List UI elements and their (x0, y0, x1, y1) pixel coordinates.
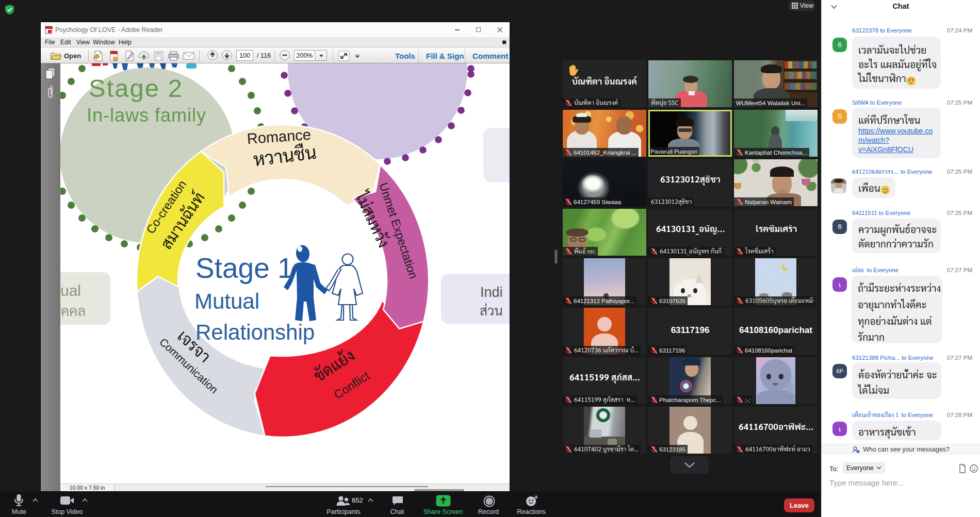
svg-text:In-laws family: In-laws family (87, 105, 206, 126)
svg-text:ual: ual (60, 282, 81, 299)
svg-text:Stage 1: Stage 1 (195, 252, 293, 284)
svg-text:Stage 2: Stage 2 (89, 74, 183, 102)
svg-text:Indi: Indi (480, 285, 503, 300)
svg-text:Relationship: Relationship (195, 320, 315, 344)
svg-text:Mutual: Mutual (194, 289, 259, 313)
